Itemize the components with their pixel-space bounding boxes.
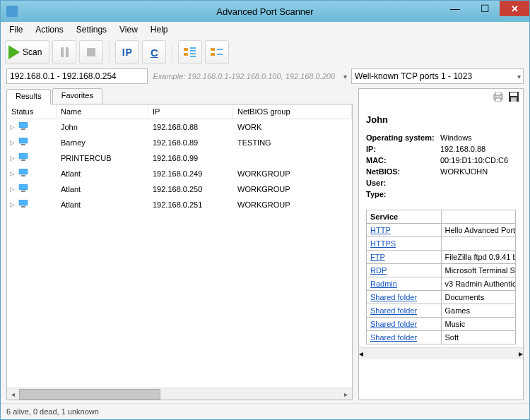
main-content: Results Favorites Status Name IP NetBIOS… bbox=[1, 85, 529, 403]
table-row[interactable]: ▷John192.168.0.88WORK bbox=[7, 119, 352, 135]
service-link[interactable]: HTTP bbox=[370, 226, 391, 234]
service-row[interactable]: FTPFileZilla ftpd 0.9.41 beta bbox=[367, 251, 516, 264]
menu-view[interactable]: View bbox=[114, 23, 143, 36]
scan-button[interactable]: Scan bbox=[5, 40, 49, 64]
col-ip[interactable]: IP bbox=[148, 104, 233, 119]
table-header: Status Name IP NetBIOS group bbox=[7, 104, 352, 119]
svg-rect-16 bbox=[19, 169, 28, 174]
cell-netbios: TESTING bbox=[233, 138, 352, 147]
service-desc: FileZilla ftpd 0.9.41 beta bbox=[441, 251, 516, 264]
scroll-right-icon[interactable]: ▸ bbox=[519, 349, 523, 359]
chevron-down-icon[interactable]: ▾ bbox=[343, 73, 347, 80]
port-range-input[interactable] bbox=[351, 68, 524, 84]
expand-icon[interactable]: ▷ bbox=[10, 124, 16, 131]
cell-ip: 192.168.0.249 bbox=[148, 169, 233, 178]
service-row[interactable]: RDPMicrosoft Terminal Service bbox=[367, 264, 516, 277]
cell-ip: 192.168.0.88 bbox=[148, 123, 233, 131]
svg-rect-0 bbox=[184, 48, 188, 51]
ip-icon: IP bbox=[122, 47, 133, 58]
detail-toolbar bbox=[359, 89, 523, 104]
service-row[interactable]: Shared folderSoft bbox=[367, 331, 516, 344]
ip-range-input[interactable] bbox=[6, 68, 148, 84]
status-text: 6 alive, 0 dead, 1 unknown bbox=[6, 407, 99, 416]
host-icon bbox=[18, 138, 28, 148]
service-link[interactable]: Radmin bbox=[370, 280, 397, 288]
expand-all-button[interactable] bbox=[178, 40, 202, 64]
toolbar-separator bbox=[172, 42, 172, 62]
scroll-thumb[interactable] bbox=[19, 389, 160, 400]
expand-icon[interactable]: ▷ bbox=[10, 201, 16, 208]
scroll-right-icon[interactable]: ▸ bbox=[340, 390, 352, 398]
expand-icon[interactable]: ▷ bbox=[10, 170, 16, 177]
tab-results[interactable]: Results bbox=[6, 89, 51, 104]
class-c-button[interactable]: C bbox=[142, 40, 166, 64]
pause-button[interactable] bbox=[52, 40, 76, 64]
expand-icon[interactable]: ▷ bbox=[10, 155, 16, 162]
label-user: User: bbox=[366, 177, 440, 188]
stop-button[interactable] bbox=[79, 40, 103, 64]
service-row[interactable]: Shared folderDocuments bbox=[367, 291, 516, 304]
service-row[interactable]: Shared folderGames bbox=[367, 304, 516, 318]
menu-settings[interactable]: Settings bbox=[71, 23, 112, 36]
svg-rect-21 bbox=[21, 206, 25, 208]
svg-rect-27 bbox=[511, 97, 517, 102]
svg-rect-15 bbox=[21, 160, 25, 161]
value-os: Windows bbox=[440, 132, 472, 143]
ip-tool-button[interactable]: IP bbox=[115, 40, 139, 64]
service-link[interactable]: FTP bbox=[370, 253, 385, 261]
label-mac: MAC: bbox=[366, 155, 440, 166]
col-netbios[interactable]: NetBIOS group bbox=[233, 104, 352, 119]
menu-help[interactable]: Help bbox=[145, 23, 174, 36]
service-link[interactable]: Shared folder bbox=[370, 320, 417, 328]
scroll-left-icon[interactable]: ◂ bbox=[7, 390, 19, 398]
service-link[interactable]: Shared folder bbox=[370, 293, 417, 301]
table-row[interactable]: ▷Atlant192.168.0.250WORKGROUP bbox=[7, 181, 352, 197]
service-row[interactable]: HTTPS bbox=[367, 237, 516, 251]
maximize-button[interactable]: ☐ bbox=[470, 1, 500, 16]
service-row[interactable]: HTTPHello Advanced Port Scan bbox=[367, 224, 516, 237]
service-link[interactable]: Shared folder bbox=[370, 333, 417, 342]
table-row[interactable]: ▷PRINTERCUB192.168.0.99 bbox=[7, 150, 352, 166]
cell-ip: 192.168.0.99 bbox=[148, 154, 233, 162]
svg-rect-1 bbox=[184, 53, 188, 56]
window-controls: — ☐ ✕ bbox=[440, 1, 529, 16]
table-row[interactable]: ▷Barney192.168.0.89TESTING bbox=[7, 135, 352, 150]
expand-icon[interactable]: ▷ bbox=[10, 139, 16, 146]
menu-actions[interactable]: Actions bbox=[30, 23, 69, 36]
table-row[interactable]: ▷Atlant192.168.0.251WORKGROUP bbox=[7, 197, 352, 212]
service-desc bbox=[441, 237, 516, 251]
label-type: Type: bbox=[366, 188, 440, 200]
port-range-combo[interactable]: ▾ bbox=[351, 68, 524, 84]
save-button[interactable] bbox=[507, 90, 520, 103]
host-icon bbox=[18, 169, 28, 179]
cell-netbios: WORKGROUP bbox=[233, 200, 352, 209]
table-row[interactable]: ▷Atlant192.168.0.249WORKGROUP bbox=[7, 166, 352, 181]
detail-title: John bbox=[366, 114, 516, 125]
col-name[interactable]: Name bbox=[57, 104, 148, 119]
horizontal-scrollbar[interactable]: ◂ ▸ bbox=[7, 388, 352, 400]
ip-range-example: Example: 192.168.0.1-192.168.0.100, 192.… bbox=[152, 72, 338, 80]
cell-ip: 192.168.0.89 bbox=[148, 138, 233, 147]
svg-rect-26 bbox=[510, 92, 517, 96]
service-link[interactable]: RDP bbox=[370, 266, 387, 275]
service-link[interactable]: HTTPS bbox=[370, 239, 396, 248]
print-button[interactable] bbox=[492, 90, 505, 103]
col-status[interactable]: Status bbox=[7, 104, 57, 119]
expand-icon[interactable]: ▷ bbox=[10, 186, 16, 193]
c-icon: C bbox=[151, 47, 158, 59]
play-icon bbox=[8, 45, 20, 59]
service-row[interactable]: Radminv3 Radmin Authentication bbox=[367, 277, 516, 291]
collapse-all-button[interactable] bbox=[205, 40, 229, 64]
collapse-icon bbox=[211, 47, 223, 57]
menu-file[interactable]: File bbox=[4, 23, 28, 36]
service-link[interactable]: Shared folder bbox=[370, 306, 417, 315]
minimize-button[interactable]: — bbox=[440, 1, 470, 16]
service-row[interactable]: Shared folderMusic bbox=[367, 318, 516, 331]
tab-favorites[interactable]: Favorites bbox=[52, 88, 102, 104]
scroll-left-icon[interactable]: ◂ bbox=[359, 349, 363, 359]
svg-rect-13 bbox=[21, 144, 25, 145]
label-os: Operating system: bbox=[366, 132, 440, 143]
close-button[interactable]: ✕ bbox=[500, 1, 529, 16]
detail-horizontal-scrollbar[interactable]: ◂ ▸ bbox=[359, 347, 523, 359]
app-icon bbox=[6, 6, 18, 17]
